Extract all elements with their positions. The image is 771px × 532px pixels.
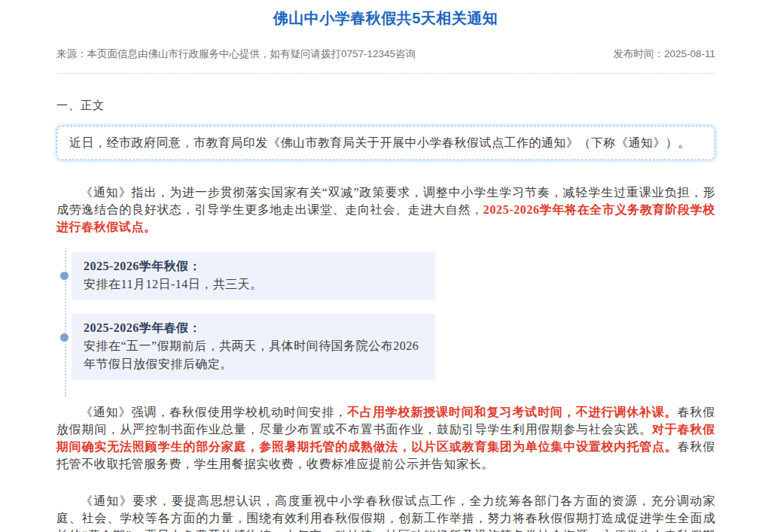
timeline-item-spring: 2025-2026学年春假： 安排在“五一”假期前后，共两天，具体时间待国务院公…	[72, 314, 435, 380]
paragraph-2-text-a: 《通知》强调，春秋假使用学校机动时间安排，	[81, 406, 347, 418]
publish-time-text: 发布时间：2025-08-11	[613, 47, 715, 61]
spring-holiday-title: 2025-2026学年春假：	[84, 319, 423, 337]
timeline-dot-icon	[60, 333, 69, 342]
section-heading: 一、正文	[56, 99, 715, 113]
paragraph-2-emphasis-a: 不占用学校新授课时间和复习考试时间，不进行调休补课。	[347, 406, 677, 418]
paragraph-1: 《通知》指出，为进一步贯彻落实国家有关“双减”政策要求，调整中小学生学习节奏，减…	[56, 184, 715, 236]
page-title: 佛山中小学春秋假共5天相关通知	[0, 9, 771, 27]
lead-quote-box: 近日，经市政府同意，市教育局印发《佛山市教育局关于开展中小学春秋假试点工作的通知…	[56, 126, 715, 160]
source-text: 来源：本页面信息由佛山市行政服务中心提供，如有疑问请拨打0757-12345咨询	[56, 47, 416, 61]
lead-quote-text: 近日，经市政府同意，市教育局印发《佛山市教育局关于开展中小学春秋假试点工作的通知…	[69, 136, 690, 149]
meta-row: 来源：本页面信息由佛山市行政服务中心提供，如有疑问请拨打0757-12345咨询…	[56, 47, 715, 74]
holiday-timeline: 2025-2026学年秋假： 安排在11月12日-14日，共三天。 2025-2…	[56, 252, 435, 380]
autumn-holiday-card: 2025-2026学年秋假： 安排在11月12日-14日，共三天。	[72, 252, 435, 300]
timeline-dot-icon	[60, 272, 69, 280]
content-area: 来源：本页面信息由佛山市行政服务中心提供，如有疑问请拨打0757-12345咨询…	[56, 47, 715, 532]
autumn-holiday-title: 2025-2026学年秋假：	[84, 257, 423, 275]
spring-holiday-body: 安排在“五一”假期前后，共两天，具体时间待国务院公布2026年节假日放假安排后确…	[84, 337, 423, 373]
paragraph-2: 《通知》强调，春秋假使用学校机动时间安排，不占用学校新授课时间和复习考试时间，不…	[56, 403, 715, 473]
notice-page: 佛山中小学春秋假共5天相关通知 来源：本页面信息由佛山市行政服务中心提供，如有疑…	[0, 9, 771, 532]
paragraph-3-text: 《通知》要求，要提高思想认识，高度重视中小学春秋假试点工作，全力统筹各部门各方面…	[56, 494, 715, 532]
paragraph-3: 《通知》要求，要提高思想认识，高度重视中小学春秋假试点工作，全力统筹各部门各方面…	[56, 492, 715, 532]
spring-holiday-card: 2025-2026学年春假： 安排在“五一”假期前后，共两天，具体时间待国务院公…	[72, 314, 435, 380]
autumn-holiday-body: 安排在11月12日-14日，共三天。	[84, 275, 423, 293]
timeline-item-autumn: 2025-2026学年秋假： 安排在11月12日-14日，共三天。	[72, 252, 435, 300]
